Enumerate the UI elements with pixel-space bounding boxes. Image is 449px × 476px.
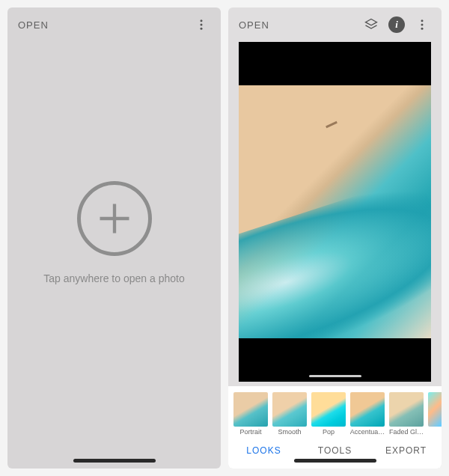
filter-thumb xyxy=(233,392,268,427)
layers-icon[interactable] xyxy=(362,16,380,34)
filter-thumb xyxy=(389,392,424,427)
filter-strip[interactable]: Portrait Smooth Pop Accentua… Faded Gl… … xyxy=(228,392,442,436)
more-icon[interactable] xyxy=(413,16,431,34)
topbar: OPEN xyxy=(7,7,221,42)
info-icon[interactable]: i xyxy=(388,16,406,34)
tab-export[interactable]: EXPORT xyxy=(370,445,442,456)
filter-more[interactable]: M xyxy=(427,392,442,436)
photo-preview[interactable] xyxy=(239,85,431,338)
topbar: OPEN i xyxy=(228,7,442,42)
filter-label: Portrait xyxy=(239,428,261,436)
screen-editor: OPEN i Portrait Smooth xyxy=(228,7,442,469)
tab-looks[interactable]: LOOKS xyxy=(228,445,299,456)
filter-thumb xyxy=(350,392,385,427)
more-icon[interactable] xyxy=(192,16,210,34)
open-hint-text: Tap anywhere to open a photo xyxy=(43,272,184,284)
filter-label: Smooth xyxy=(278,428,301,436)
svg-point-4 xyxy=(421,24,424,26)
home-indicator xyxy=(294,459,376,463)
drag-handle-icon xyxy=(309,375,361,377)
svg-point-0 xyxy=(201,19,203,22)
svg-point-3 xyxy=(421,19,424,22)
bottom-panel: Portrait Smooth Pop Accentua… Faded Gl… … xyxy=(228,386,442,469)
svg-point-1 xyxy=(201,24,203,26)
svg-point-5 xyxy=(421,28,424,30)
filter-thumb xyxy=(272,392,307,427)
empty-open-area[interactable]: Tap anywhere to open a photo xyxy=(7,42,221,469)
filter-portrait[interactable]: Portrait xyxy=(233,392,269,436)
open-button[interactable]: OPEN xyxy=(239,19,355,31)
filter-faded-glow[interactable]: Faded Gl… xyxy=(388,392,424,436)
tab-tools[interactable]: TOOLS xyxy=(299,445,370,456)
filter-accentuate[interactable]: Accentua… xyxy=(349,392,385,436)
filter-smooth[interactable]: Smooth xyxy=(272,392,308,436)
filter-label: Accentua… xyxy=(350,428,385,436)
filter-thumb xyxy=(311,392,346,427)
add-photo-button[interactable] xyxy=(77,181,152,256)
open-button[interactable]: OPEN xyxy=(18,19,185,31)
filter-label: Faded Gl… xyxy=(389,428,424,436)
filter-pop[interactable]: Pop xyxy=(311,392,346,436)
svg-point-2 xyxy=(201,28,203,30)
photo-canvas[interactable] xyxy=(239,42,431,382)
screen-open-empty: OPEN Tap anywhere to open a photo xyxy=(7,7,221,469)
filter-label: Pop xyxy=(323,428,335,436)
letterbox-top xyxy=(239,42,431,85)
home-indicator xyxy=(73,459,156,463)
filter-thumb xyxy=(428,392,442,427)
canvas-area[interactable] xyxy=(228,42,442,386)
